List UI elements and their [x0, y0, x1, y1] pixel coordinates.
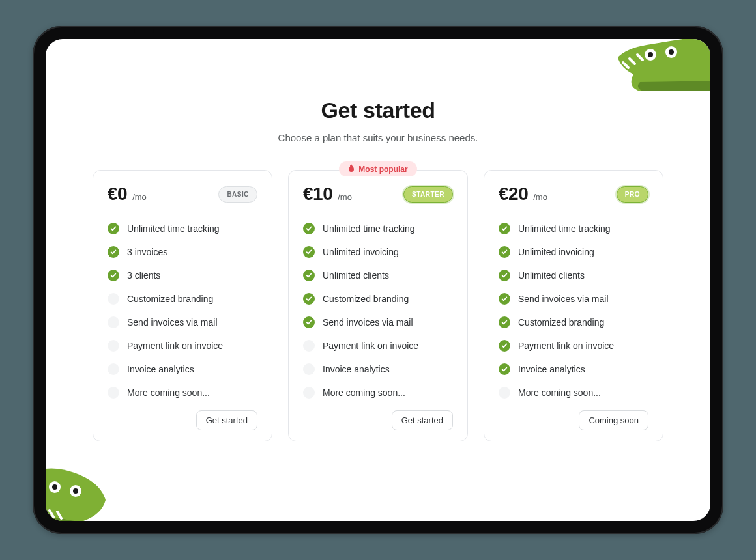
plan-price: €0/mo: [108, 184, 147, 204]
feature-label: Customized branding: [323, 294, 409, 304]
check-icon: [499, 340, 510, 352]
plan-price: €20/mo: [499, 184, 547, 204]
unavailable-icon: [303, 340, 315, 352]
feature-item: Payment link on invoice: [303, 340, 453, 352]
feature-item: Payment link on invoice: [499, 340, 648, 352]
plan-card-starter: €10/moSTARTERUnlimited time trackingUnli…: [288, 170, 468, 441]
check-icon: [303, 293, 315, 305]
feature-label: Invoice analytics: [127, 364, 194, 374]
check-icon: [108, 223, 119, 234]
feature-item: Payment link on invoice: [108, 340, 257, 352]
check-icon: [499, 363, 510, 375]
unavailable-icon: [499, 387, 510, 399]
check-icon: [303, 316, 315, 328]
plan-cta-button[interactable]: Get started: [392, 410, 453, 430]
feature-item: Customized branding: [108, 293, 257, 305]
feature-item: More coming soon...: [499, 387, 648, 399]
price-amount: €20: [499, 184, 528, 204]
feature-item: Invoice analytics: [108, 363, 257, 375]
check-icon: [303, 223, 315, 234]
check-icon: [499, 316, 510, 328]
feature-item: Unlimited time tracking: [303, 223, 453, 234]
check-icon: [108, 246, 119, 258]
feature-label: More coming soon...: [518, 387, 601, 398]
feature-item: Send invoices via mail: [108, 316, 257, 328]
feature-item: Customized branding: [499, 316, 648, 328]
price-period: /mo: [338, 192, 352, 202]
feature-label: Unlimited invoicing: [518, 247, 594, 257]
feature-item: More coming soon...: [303, 387, 453, 399]
feature-label: Payment link on invoice: [127, 341, 223, 351]
tablet-frame: Get started Choose a plan that suits you…: [33, 26, 723, 534]
check-icon: [499, 223, 510, 234]
feature-label: Customized branding: [127, 294, 213, 304]
feature-label: More coming soon...: [127, 387, 210, 398]
feature-item: Unlimited clients: [303, 270, 453, 281]
page-title: Get started: [93, 98, 663, 123]
unavailable-icon: [108, 293, 119, 305]
feature-label: Payment link on invoice: [323, 341, 418, 351]
check-icon: [303, 270, 315, 281]
plan-footer: Get started: [303, 410, 453, 430]
feature-label: More coming soon...: [323, 387, 405, 398]
plan-header: €10/moSTARTER: [303, 184, 453, 204]
tablet-top-buttons: [111, 23, 158, 35]
fire-icon: [348, 164, 355, 174]
plan-card-pro: €20/moPROUnlimited time trackingUnlimite…: [484, 170, 663, 441]
check-icon: [499, 246, 510, 258]
feature-item: 3 invoices: [108, 246, 257, 258]
feature-item: Unlimited clients: [499, 270, 648, 281]
feature-label: Payment link on invoice: [518, 341, 614, 351]
check-icon: [303, 246, 315, 258]
plan-price: €10/mo: [303, 184, 352, 204]
unavailable-icon: [108, 363, 119, 375]
plan-footer: Coming soon: [499, 410, 648, 430]
check-icon: [499, 270, 510, 281]
feature-label: Invoice analytics: [518, 364, 585, 374]
feature-label: Customized branding: [518, 317, 604, 328]
feature-label: Unlimited time tracking: [323, 223, 415, 234]
feature-item: 3 clients: [108, 270, 257, 281]
page-subtitle: Choose a plan that suits your business n…: [93, 132, 663, 143]
price-period: /mo: [132, 192, 147, 202]
feature-item: Send invoices via mail: [499, 293, 648, 305]
unavailable-icon: [108, 316, 119, 328]
feature-label: Unlimited clients: [518, 270, 585, 281]
feature-label: Unlimited time tracking: [518, 223, 611, 234]
feature-item: Invoice analytics: [303, 363, 453, 375]
feature-label: Send invoices via mail: [518, 294, 609, 304]
price-amount: €10: [303, 184, 332, 204]
feature-label: 3 invoices: [127, 247, 167, 257]
most-popular-label: Most popular: [358, 165, 407, 174]
price-period: /mo: [533, 192, 547, 202]
feature-item: Send invoices via mail: [303, 316, 453, 328]
pricing-plans: €0/moBASICUnlimited time tracking3 invoi…: [93, 170, 663, 441]
feature-label: Send invoices via mail: [323, 317, 413, 328]
unavailable-icon: [108, 340, 119, 352]
feature-list: Unlimited time tracking3 invoices3 clien…: [108, 223, 257, 399]
tier-badge-basic: BASIC: [218, 186, 257, 203]
tier-badge-starter: STARTER: [403, 186, 453, 203]
feature-item: Customized branding: [303, 293, 453, 305]
feature-item: Unlimited invoicing: [499, 246, 648, 258]
plan-cta-button[interactable]: Coming soon: [579, 410, 648, 430]
feature-item: Unlimited time tracking: [108, 223, 257, 234]
feature-item: Unlimited time tracking: [499, 223, 648, 234]
unavailable-icon: [303, 387, 315, 399]
plan-header: €0/moBASIC: [108, 184, 257, 204]
price-amount: €0: [108, 184, 127, 204]
feature-list: Unlimited time trackingUnlimited invoici…: [499, 223, 648, 399]
feature-label: Invoice analytics: [323, 364, 390, 374]
check-icon: [499, 293, 510, 305]
unavailable-icon: [303, 363, 315, 375]
most-popular-badge: Most popular: [339, 161, 416, 176]
feature-item: Invoice analytics: [499, 363, 648, 375]
tier-badge-pro: PRO: [617, 186, 648, 203]
feature-item: Unlimited invoicing: [303, 246, 453, 258]
feature-label: Send invoices via mail: [127, 317, 218, 328]
unavailable-icon: [108, 387, 119, 399]
plan-card-basic: €0/moBASICUnlimited time tracking3 invoi…: [93, 170, 272, 441]
feature-list: Unlimited time trackingUnlimited invoici…: [303, 223, 453, 399]
feature-label: 3 clients: [127, 270, 160, 281]
plan-cta-button[interactable]: Get started: [196, 410, 257, 430]
